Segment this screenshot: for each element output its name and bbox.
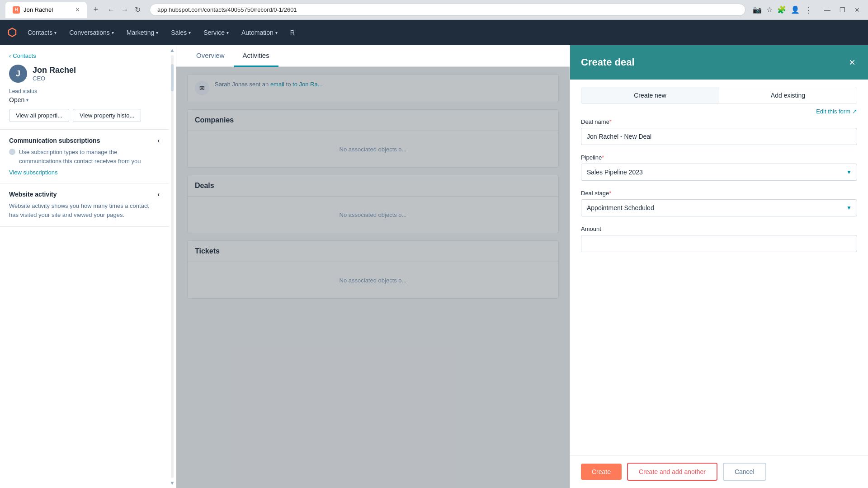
amount-input[interactable] xyxy=(581,235,857,252)
deal-name-required: * xyxy=(609,118,612,125)
lead-status-label: Lead status xyxy=(9,88,160,94)
subscription-toggle xyxy=(9,149,15,155)
create-new-toggle[interactable]: Create new xyxy=(581,87,719,103)
amount-group: Amount xyxy=(581,225,857,252)
communication-chevron-icon: ‹ xyxy=(157,137,160,144)
scroll-thumb xyxy=(171,64,174,91)
reload-button[interactable]: ↻ xyxy=(133,4,142,16)
tabs-bar: Overview Activities xyxy=(176,45,570,67)
email-activity-icon: ✉ xyxy=(195,81,209,95)
contact-link[interactable]: to Jon Ra... xyxy=(292,81,322,88)
browser-tab[interactable]: H Jon Rachel × xyxy=(5,2,87,18)
create-button[interactable]: Create xyxy=(581,464,622,480)
cancel-button[interactable]: Cancel xyxy=(723,463,766,481)
forward-button[interactable]: → xyxy=(119,4,130,16)
pipeline-required: * xyxy=(602,154,604,161)
address-bar[interactable]: app.hubspot.com/contacts/40055750/record… xyxy=(150,4,745,16)
create-deal-panel: Create deal × Create new Add existing Ed… xyxy=(570,45,868,488)
lead-status-value[interactable]: Open ▾ xyxy=(9,96,160,103)
contact-avatar: J xyxy=(9,65,27,83)
nav-sales[interactable]: Sales ▾ xyxy=(165,25,196,40)
nav-service[interactable]: Service ▾ xyxy=(198,25,234,40)
toggle-row: Create new Add existing xyxy=(581,87,857,104)
website-section-title[interactable]: Website activity ‹ xyxy=(9,191,160,198)
close-window-button[interactable]: ✕ xyxy=(852,5,863,14)
app: ⬡ Contacts ▾ Conversations ▾ Marketing ▾… xyxy=(0,20,868,488)
panel-footer: Create Create and add another Cancel xyxy=(570,455,868,488)
profile-icon[interactable]: 👤 xyxy=(791,5,800,14)
back-to-contacts-link[interactable]: ‹ Contacts xyxy=(9,52,160,59)
scroll-down-button[interactable]: ▼ xyxy=(170,480,175,486)
deal-stage-required: * xyxy=(609,190,611,197)
back-button[interactable]: ← xyxy=(106,4,117,16)
back-arrow-icon: ‹ xyxy=(9,52,11,59)
window-controls: — ❐ ✕ xyxy=(821,5,863,14)
deals-section-header: Deals xyxy=(188,175,558,197)
browser-nav-controls: ← → ↻ xyxy=(106,4,142,16)
activity-text: Sarah Jonas sent an email to to Jon Ra..… xyxy=(215,81,323,88)
edit-form-container: Edit this form ↗ xyxy=(570,104,868,118)
deal-stage-select-wrapper: Appointment Scheduled Qualified to Buy P… xyxy=(581,199,857,216)
tab-overview[interactable]: Overview xyxy=(187,45,234,67)
status-chevron-icon: ▾ xyxy=(26,98,28,103)
deals-empty-state: No associated objects o... xyxy=(188,197,558,233)
marketing-chevron-icon: ▾ xyxy=(156,30,158,35)
bookmark-icon[interactable]: ☆ xyxy=(766,5,773,14)
panel-body: Deal name* Pipeline* Sales Pipeline 2023… xyxy=(570,118,868,455)
contact-title: CEO xyxy=(33,75,76,82)
browser-chrome: H Jon Rachel × + ← → ↻ app.hubspot.com/c… xyxy=(0,0,868,20)
tickets-section-card: Tickets No associated objects o... xyxy=(187,240,559,299)
create-add-another-button[interactable]: Create and add another xyxy=(627,463,717,481)
view-history-button[interactable]: View property histo... xyxy=(73,109,141,122)
camera-icon: 📷 xyxy=(753,5,762,14)
communication-section-title[interactable]: Communication subscriptions ‹ xyxy=(9,137,160,144)
communication-section-body: Use subscription types to manage the com… xyxy=(19,148,160,165)
nav-contacts[interactable]: Contacts ▾ xyxy=(22,25,62,40)
communication-subscriptions-section: Communication subscriptions ‹ Use subscr… xyxy=(0,130,169,183)
service-chevron-icon: ▾ xyxy=(226,30,229,35)
tab-title: Jon Rachel xyxy=(24,6,53,13)
minimize-button[interactable]: — xyxy=(821,5,833,14)
main-area: ‹ Contacts J Jon Rachel CEO Lead status xyxy=(0,45,868,488)
pipeline-select-wrapper: Sales Pipeline 2023 Default Pipeline xyxy=(581,164,857,181)
tab-close-button[interactable]: × xyxy=(75,6,80,14)
email-link[interactable]: email xyxy=(270,81,284,88)
nav-automation[interactable]: Automation ▾ xyxy=(236,25,283,40)
sidebar-header: ‹ Contacts J Jon Rachel CEO Lead status xyxy=(0,45,169,130)
panel-title: Create deal xyxy=(581,56,635,68)
contact-name: Jon Rachel xyxy=(33,66,76,75)
panel-header: Create deal × xyxy=(570,45,868,80)
amount-label: Amount xyxy=(581,225,857,232)
add-existing-toggle[interactable]: Add existing xyxy=(719,87,857,103)
deal-stage-label: Deal stage* xyxy=(581,190,857,197)
contact-info: J Jon Rachel CEO xyxy=(9,65,160,83)
tab-favicon: H xyxy=(13,6,20,14)
deal-name-input[interactable] xyxy=(581,128,857,145)
panel-close-button[interactable]: × xyxy=(847,54,857,70)
deal-stage-group: Deal stage* Appointment Scheduled Qualif… xyxy=(581,190,857,216)
activity-item: ✉ Sarah Jonas sent an email to to Jon Ra… xyxy=(187,74,559,102)
new-tab-button[interactable]: + xyxy=(90,4,102,16)
sidebar-actions: View all properti... View property histo… xyxy=(9,109,160,122)
view-subscriptions-link[interactable]: View subscriptions xyxy=(9,169,160,176)
deal-stage-select[interactable]: Appointment Scheduled Qualified to Buy P… xyxy=(581,199,857,216)
extensions-icon[interactable]: 🧩 xyxy=(777,5,786,14)
tickets-empty-state: No associated objects o... xyxy=(188,262,558,298)
scroll-up-button[interactable]: ▲ xyxy=(170,47,175,53)
companies-empty-state: No associated objects o... xyxy=(188,131,558,167)
nav-conversations[interactable]: Conversations ▾ xyxy=(64,25,119,40)
menu-icon[interactable]: ⋮ xyxy=(804,5,812,15)
deal-name-group: Deal name* xyxy=(581,118,857,145)
nav-reports[interactable]: R xyxy=(285,25,300,40)
companies-section-header: Companies xyxy=(188,110,558,131)
companies-section-card: Companies No associated objects o... xyxy=(187,109,559,168)
nav-marketing[interactable]: Marketing ▾ xyxy=(121,25,164,40)
website-chevron-icon: ‹ xyxy=(157,191,160,198)
restore-button[interactable]: ❐ xyxy=(837,5,848,14)
pipeline-select[interactable]: Sales Pipeline 2023 Default Pipeline xyxy=(581,164,857,181)
contact-details: Jon Rachel CEO xyxy=(33,66,76,82)
external-link-icon: ↗ xyxy=(852,108,857,115)
edit-form-link[interactable]: Edit this form ↗ xyxy=(816,108,857,115)
view-properties-button[interactable]: View all properti... xyxy=(9,109,69,122)
tab-activities[interactable]: Activities xyxy=(234,45,278,67)
